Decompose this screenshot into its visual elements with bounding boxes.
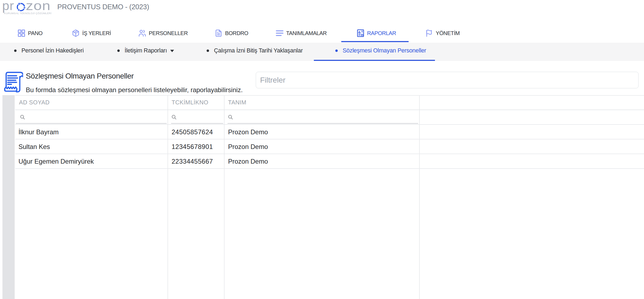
nav-item-tanimlamalar[interactable]: TANIMLAMALAR xyxy=(275,24,327,43)
bullet-icon xyxy=(335,49,338,52)
bullet-icon xyxy=(207,49,209,52)
column-divider xyxy=(168,95,168,299)
nav-item-label: İŞ YERLERİ xyxy=(82,30,111,36)
logo-orbit-icon xyxy=(16,0,26,12)
active-subnav-underline xyxy=(314,60,435,61)
receipt-icon xyxy=(4,71,23,92)
cell-tanim[interactable]: Prozon Demo xyxy=(228,154,268,169)
cell-ad-soyad[interactable]: Uğur Egemen Demiryürek xyxy=(18,154,94,169)
subnav-item-calisma-izni-bitis[interactable]: Çalışma İzni Bitiş Tarihi Yaklaşanlar xyxy=(207,43,303,61)
row-divider xyxy=(15,168,644,169)
nav-item-pano[interactable]: PANO xyxy=(17,24,43,43)
nav-item-raporlar[interactable]: RAPORLAR xyxy=(356,24,396,43)
nav-item-personeller[interactable]: PERSONELLER xyxy=(138,24,188,43)
cell-tckimlikno[interactable]: 22334455667 xyxy=(172,154,213,169)
main-nav: PANO İŞ YERLERİ PERSONELLER BORDRO TANIM… xyxy=(0,22,644,43)
cell-tckimlikno[interactable]: 24505857624 xyxy=(172,125,213,139)
logo-text-post: zon xyxy=(26,0,50,12)
nav-item-label: TANIMLAMALAR xyxy=(286,30,327,36)
row-divider xyxy=(15,95,644,96)
filter-input-ad-soyad[interactable] xyxy=(16,110,167,123)
filter-underline xyxy=(171,123,223,124)
row-divider xyxy=(15,139,644,139)
row-divider xyxy=(15,110,644,110)
list-icon xyxy=(275,29,284,38)
nav-item-is-yerleri[interactable]: İŞ YERLERİ xyxy=(71,24,111,43)
bullet-icon xyxy=(14,49,17,52)
column-header-tckimlikno[interactable]: TCKİMLİKNO xyxy=(172,96,208,110)
nav-item-label: PANO xyxy=(28,30,43,36)
app-title: PROVENTUS DEMO - (2023) xyxy=(57,2,149,11)
users-icon xyxy=(138,29,147,38)
brand-logo[interactable]: pr zon KURUMSAL TEKNOLOJİ ÇÖZÜMLERİ xyxy=(2,0,54,16)
chevron-down-icon xyxy=(170,50,174,52)
cell-ad-soyad[interactable]: Sultan Kes xyxy=(18,139,50,154)
page-title: Sözleşmesi Olmayan Personeller xyxy=(26,72,134,80)
flag-icon xyxy=(425,29,434,38)
subnav-item-label: Çalışma İzni Bitiş Tarihi Yaklaşanlar xyxy=(214,47,303,54)
subnav-item-label: İletişim Raporları xyxy=(125,47,167,54)
active-nav-underline xyxy=(341,41,409,42)
report-subnav: Personel İzin Hakedişleri İletişim Rapor… xyxy=(0,43,644,61)
nav-item-label: BORDRO xyxy=(225,30,248,36)
grid-icon xyxy=(17,29,26,38)
subnav-item-sozlesmesi-olmayan[interactable]: Sözleşmesi Olmayan Personeller xyxy=(335,43,426,61)
subnav-item-personel-izin-hakedisleri[interactable]: Personel İzin Hakedişleri xyxy=(14,43,84,61)
column-header-tanim[interactable]: TANIM xyxy=(228,96,246,110)
filter-input-tanim[interactable] xyxy=(228,110,418,123)
column-header-ad-soyad[interactable]: AD SOYAD xyxy=(19,96,50,110)
nav-item-label: YÖNETİM xyxy=(436,30,460,36)
cell-ad-soyad[interactable]: İlknur Bayram xyxy=(18,125,59,139)
cell-tanim[interactable]: Prozon Demo xyxy=(228,125,268,139)
nav-item-yonetim[interactable]: YÖNETİM xyxy=(425,24,460,43)
brand-logo-word: pr zon xyxy=(2,0,47,12)
package-icon xyxy=(71,29,80,38)
row-divider xyxy=(15,124,644,125)
logo-text-pre: pr xyxy=(2,0,14,12)
cell-tckimlikno[interactable]: 12345678901 xyxy=(172,139,213,154)
row-divider xyxy=(15,154,644,154)
subnav-item-label: Personel İzin Hakedişleri xyxy=(21,47,84,54)
page-subtitle: Bu formda sözleşmesi olmayan personeller… xyxy=(26,86,243,94)
filter-underline xyxy=(228,123,418,124)
filter-underline xyxy=(16,123,167,124)
column-divider xyxy=(224,95,225,299)
subnav-item-label: Sözleşmesi Olmayan Personeller xyxy=(343,47,426,54)
report-icon xyxy=(356,29,365,38)
filters-input[interactable] xyxy=(256,72,639,88)
page: pr zon KURUMSAL TEKNOLOJİ ÇÖZÜMLERİ PROV… xyxy=(0,0,644,299)
column-divider xyxy=(419,95,420,299)
nav-item-label: PERSONELLER xyxy=(149,30,188,36)
logo-tagline: KURUMSAL TEKNOLOJİ ÇÖZÜMLERİ xyxy=(4,12,52,15)
nav-item-label: RAPORLAR xyxy=(367,30,396,36)
document-icon xyxy=(214,29,223,38)
bullet-icon xyxy=(117,49,120,52)
filter-input-tckimlikno[interactable] xyxy=(171,110,223,123)
table-left-gutter xyxy=(2,95,15,299)
nav-item-bordro[interactable]: BORDRO xyxy=(214,24,248,43)
subnav-item-iletisim-raporlari[interactable]: İletişim Raporları xyxy=(117,43,174,61)
cell-tanim[interactable]: Prozon Demo xyxy=(228,139,268,154)
